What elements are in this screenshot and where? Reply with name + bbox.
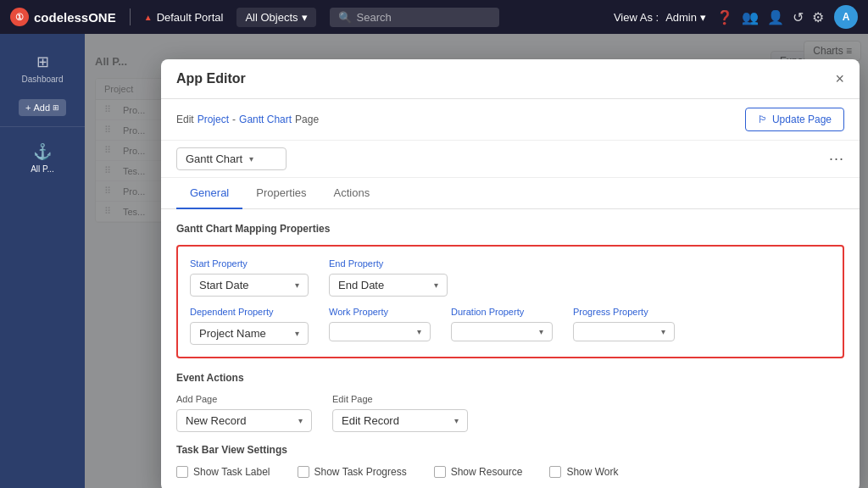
add-page-selector[interactable]: New Record ▾ (176, 409, 312, 432)
mapping-row-1: Start Property Start Date ▾ End Property… (190, 258, 831, 297)
edit-page-label: Edit Page (332, 394, 468, 404)
add-label: Add (33, 103, 50, 113)
checkbox-row: Show Task Label Show Task Progress Show … (176, 466, 844, 478)
dependent-property-field: Dependent Property Project Name ▾ (190, 307, 309, 345)
edit-page-arrow: ▾ (454, 416, 459, 425)
avatar[interactable]: A (834, 5, 858, 29)
chart-select-arrow: ▾ (249, 154, 253, 164)
portal-icon: ▲ (144, 13, 153, 22)
show-work-text: Show Work (566, 466, 618, 478)
mapping-properties-box: Start Property Start Date ▾ End Property… (176, 245, 844, 358)
portal-selector[interactable]: ▲ Default Portal (144, 11, 224, 24)
settings-icon[interactable]: ⚙ (812, 9, 824, 25)
brand-name: codelessONE (34, 10, 116, 25)
tab-actions[interactable]: Actions (320, 178, 384, 209)
main-layout: ⊞ Dashboard + Add ⊞ ⚓ All P... All P... … (0, 34, 868, 488)
dependent-property-selector[interactable]: Project Name ▾ (190, 322, 309, 345)
content-area: All P... Charts ≡ Export ▾ ⚙ Project Jan… (85, 34, 868, 488)
sidebar-add-btn[interactable]: + Add ⊞ (19, 99, 66, 116)
dependent-arrow: ▾ (295, 329, 299, 338)
sidebar-project-label: All P... (31, 164, 54, 174)
sidebar: ⊞ Dashboard + Add ⊞ ⚓ All P... (0, 34, 85, 488)
modal-body: Gantt Chart Mapping Properties Start Pro… (161, 209, 860, 488)
objects-selector[interactable]: All Objects ▾ (236, 8, 315, 27)
chart-type-label: Gantt Chart (186, 152, 242, 165)
show-task-progress-text: Show Task Progress (314, 466, 407, 478)
show-task-label-text: Show Task Label (193, 466, 270, 478)
breadcrumb-project: Project (198, 114, 229, 125)
edit-page-field: Edit Page Edit Record ▾ (332, 394, 468, 432)
progress-arrow: ▾ (661, 327, 665, 336)
edit-page-selector[interactable]: Edit Record ▾ (332, 409, 468, 432)
modal-title: App Editor (176, 71, 246, 86)
sidebar-item-dashboard[interactable]: ⊞ Dashboard (8, 47, 76, 89)
breadcrumb-gantt: Gantt Chart (239, 114, 292, 125)
breadcrumb-edit: Edit (176, 114, 194, 125)
viewas-arrow[interactable]: ▾ (700, 11, 706, 24)
end-property-field: End Property End Date ▾ (329, 258, 448, 297)
modal-close-button[interactable]: × (835, 71, 844, 86)
work-property-label: Work Property (329, 307, 431, 317)
edit-page-value: Edit Record (342, 414, 399, 427)
viewas-user: Admin (665, 11, 697, 24)
show-resource-checkbox[interactable]: Show Resource (434, 466, 523, 478)
chart-selector-row: Gantt Chart ▾ ··· (161, 141, 860, 178)
help-icon[interactable]: ❓ (716, 9, 733, 25)
search-bar[interactable]: 🔍 Search (330, 8, 499, 27)
work-property-selector[interactable]: ▾ (329, 322, 431, 341)
progress-property-field: Progress Property ▾ (573, 307, 675, 345)
work-arrow: ▾ (417, 327, 421, 336)
users-icon[interactable]: 👥 (742, 9, 759, 25)
end-property-label: End Property (329, 258, 448, 269)
start-property-selector[interactable]: Start Date ▾ (190, 274, 309, 297)
breadcrumb-sep1: - (232, 114, 236, 125)
tab-properties[interactable]: Properties (242, 178, 320, 209)
mapping-row-2: Dependent Property Project Name ▾ Work P… (190, 307, 831, 345)
duration-property-selector[interactable]: ▾ (451, 322, 553, 341)
update-page-button[interactable]: 🏳 Update Page (745, 108, 844, 131)
viewas-label: View As : Admin ▾ (614, 11, 706, 24)
checkbox-box-resource (434, 466, 446, 478)
dependent-property-label: Dependent Property (190, 307, 309, 317)
end-property-value: End Date (338, 279, 384, 291)
add-page-field: Add Page New Record ▾ (176, 394, 312, 432)
duration-property-field: Duration Property ▾ (451, 307, 553, 345)
show-task-progress-checkbox[interactable]: Show Task Progress (298, 466, 407, 478)
anchor-icon: ⚓ (33, 142, 52, 161)
show-task-label-checkbox[interactable]: Show Task Label (176, 466, 270, 478)
tab-general[interactable]: General (176, 178, 242, 209)
logo-icon: ① (10, 8, 29, 26)
mapping-section-title: Gantt Chart Mapping Properties (176, 223, 844, 235)
end-property-selector[interactable]: End Date ▾ (329, 274, 448, 297)
progress-property-selector[interactable]: ▾ (573, 322, 675, 341)
event-actions-row: Add Page New Record ▾ Edit Page Edit Rec… (176, 394, 844, 432)
add-page-value: New Record (186, 414, 247, 427)
taskbar-settings-title: Task Bar View Settings (176, 444, 844, 456)
checkbox-box-task-progress (298, 466, 309, 478)
search-placeholder: Search (357, 11, 392, 24)
person-icon[interactable]: 👤 (767, 9, 784, 25)
checkbox-box-work (549, 466, 561, 478)
work-property-field: Work Property ▾ (329, 307, 431, 345)
topnav: ① codelessONE ▲ Default Portal All Objec… (0, 0, 868, 34)
history-icon[interactable]: ↺ (793, 9, 804, 25)
more-options-button[interactable]: ··· (829, 150, 844, 168)
objects-arrow: ▾ (302, 11, 308, 24)
show-work-checkbox[interactable]: Show Work (549, 466, 618, 478)
start-property-label: Start Property (190, 258, 309, 269)
app-editor-modal: App Editor × Edit Project - Gantt Chart … (161, 59, 860, 488)
logo[interactable]: ① codelessONE (10, 8, 116, 26)
chart-type-selector[interactable]: Gantt Chart ▾ (176, 147, 287, 170)
start-arrow: ▾ (295, 280, 299, 290)
nav-icons: ❓ 👥 👤 ↺ ⚙ (716, 9, 824, 25)
start-property-value: Start Date (199, 279, 249, 291)
breadcrumb-page: Page (295, 114, 319, 125)
sidebar-item-project[interactable]: ⚓ All P... (8, 137, 76, 179)
sidebar-divider (0, 126, 85, 127)
show-resource-text: Show Resource (451, 466, 523, 478)
sidebar-dashboard-label: Dashboard (22, 75, 64, 84)
nav-divider (130, 8, 131, 25)
taskbar-settings-section: Task Bar View Settings Show Task Label S… (176, 444, 844, 478)
dependent-property-value: Project Name (199, 327, 266, 340)
add-icon2: ⊞ (53, 103, 59, 112)
